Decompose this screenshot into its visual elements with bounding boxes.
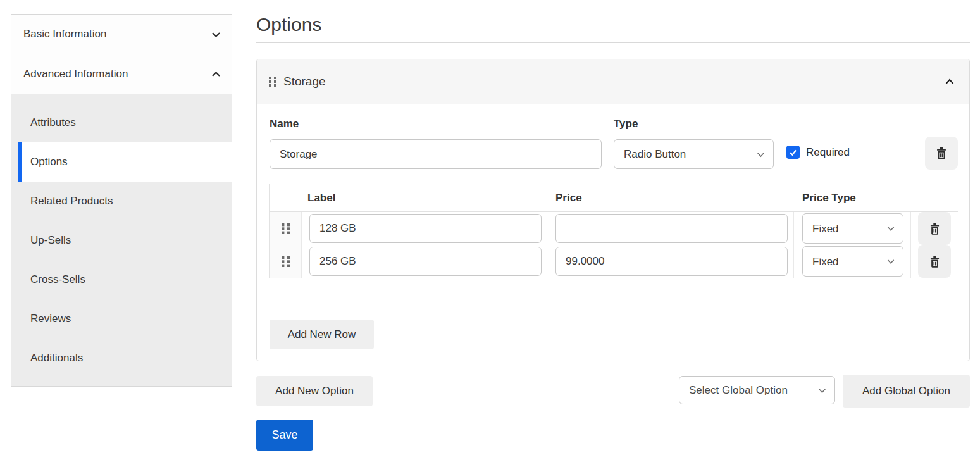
row-actions-cell — [911, 212, 958, 245]
option-type-select-wrap: Radio Button — [614, 139, 774, 169]
row-price-input[interactable] — [555, 247, 788, 276]
sidebar-item-options[interactable]: Options — [18, 142, 232, 182]
sidebar-item-label: Related Products — [30, 195, 113, 208]
sidebar-item-label: Cross-Sells — [30, 273, 85, 286]
add-new-option-button[interactable]: Add New Option — [256, 376, 373, 406]
option-card-header[interactable]: Storage — [257, 59, 969, 104]
sidebar-item-up-sells[interactable]: Up-Sells — [11, 221, 232, 260]
option-name-input[interactable] — [270, 139, 602, 169]
add-global-option-button[interactable]: Add Global Option — [843, 375, 970, 408]
trash-icon — [928, 255, 941, 268]
header-cell-drag — [270, 184, 302, 212]
row-price-type-select[interactable]: Fixed — [802, 246, 903, 277]
chevron-up-icon — [211, 69, 221, 80]
delete-row-button[interactable] — [918, 212, 951, 245]
row-price-type-select[interactable]: Fixed — [802, 213, 903, 244]
row-price-type-select-wrap: Fixed — [802, 246, 903, 277]
row-price-cell — [549, 245, 794, 278]
page-title: Options — [256, 14, 321, 35]
check-icon — [788, 147, 798, 157]
row-price-cell — [549, 212, 794, 245]
type-field-label: Type — [614, 118, 638, 130]
delete-row-button[interactable] — [918, 245, 951, 278]
row-actions-cell — [911, 245, 958, 278]
accordion-basic-information[interactable]: Basic Information — [11, 15, 232, 54]
accordion-advanced-information-label: Advanced Information — [23, 68, 128, 80]
row-drag-cell[interactable] — [270, 212, 302, 245]
row-label-cell — [302, 212, 549, 245]
accordion-basic-information-label: Basic Information — [23, 28, 106, 40]
option-type-select[interactable]: Radio Button — [614, 139, 774, 169]
row-label-cell — [302, 245, 549, 278]
sidebar-item-cross-sells[interactable]: Cross-Sells — [11, 260, 232, 299]
sidebar-item-label: Reviews — [30, 313, 71, 325]
global-option-select-wrap: Select Global Option — [679, 376, 835, 404]
sidebar-item-reviews[interactable]: Reviews — [11, 299, 232, 339]
header-cell-price: Price — [549, 184, 794, 212]
sidebar-subpanel: Attributes Options Related Products Up-S… — [11, 94, 232, 386]
sidebar-item-label: Options — [30, 156, 68, 168]
drag-handle-icon[interactable] — [282, 256, 290, 267]
accordion-advanced-information[interactable]: Advanced Information — [11, 54, 232, 94]
row-label-input[interactable] — [309, 247, 542, 276]
add-new-row-button[interactable]: Add New Row — [270, 320, 374, 349]
row-drag-cell[interactable] — [270, 245, 302, 278]
required-checkbox-group[interactable]: Required — [786, 146, 850, 159]
sidebar-item-additionals[interactable]: Additionals — [11, 339, 232, 378]
chevron-down-icon — [211, 29, 221, 40]
option-rows-table: Label Price Price Type Fixed — [269, 184, 958, 278]
trash-icon — [928, 222, 941, 235]
save-button[interactable]: Save — [256, 420, 313, 451]
sidebar-item-label: Attributes — [30, 116, 76, 129]
trash-icon — [934, 146, 948, 160]
name-field-label: Name — [270, 118, 299, 130]
option-card-storage: Storage Name Type Radio Button Required — [256, 59, 970, 361]
row-price-type-select-wrap: Fixed — [802, 213, 903, 244]
title-divider — [256, 42, 970, 43]
drag-handle-icon[interactable] — [269, 77, 276, 87]
header-cell-actions — [911, 184, 958, 212]
sidebar: Basic Information Advanced Information A… — [11, 14, 232, 387]
required-label: Required — [806, 146, 850, 159]
option-title: Storage — [283, 75, 326, 89]
delete-option-button[interactable] — [925, 137, 958, 170]
header-cell-label: Label — [302, 184, 549, 212]
collapse-chevron-up-icon[interactable] — [944, 76, 955, 87]
row-price-type-cell: Fixed — [794, 245, 911, 278]
sidebar-item-label: Up-Sells — [30, 234, 71, 247]
product-edit-screen: Basic Information Advanced Information A… — [0, 0, 980, 467]
row-price-input[interactable] — [555, 214, 788, 243]
header-cell-price-type: Price Type — [794, 184, 911, 212]
required-checkbox[interactable] — [786, 146, 800, 159]
row-label-input[interactable] — [309, 214, 542, 243]
sidebar-item-label: Additionals — [30, 352, 83, 364]
drag-handle-icon[interactable] — [282, 223, 290, 234]
sidebar-item-related-products[interactable]: Related Products — [11, 182, 232, 221]
global-option-select[interactable]: Select Global Option — [679, 376, 835, 404]
sidebar-item-attributes[interactable]: Attributes — [11, 103, 232, 142]
row-price-type-cell: Fixed — [794, 212, 911, 245]
